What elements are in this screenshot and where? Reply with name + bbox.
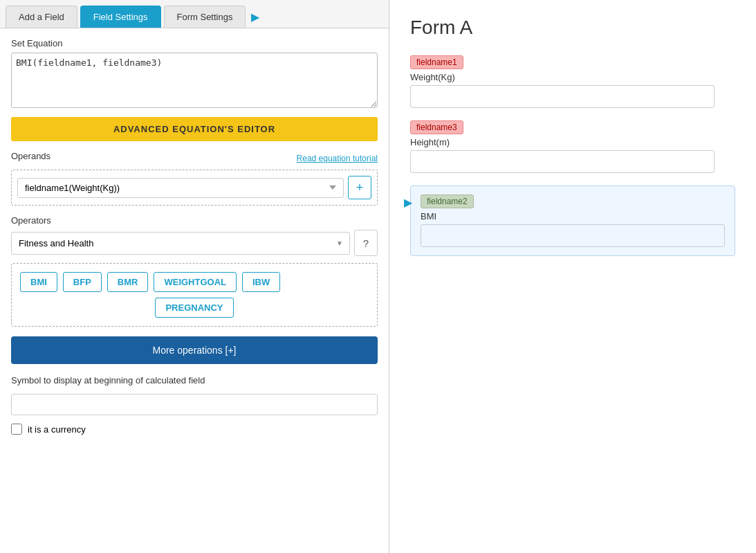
field-label-2: Height(m) (410, 137, 735, 147)
tab-arrow-icon[interactable]: ▶ (248, 8, 262, 26)
field-label-active: BMI (421, 211, 725, 221)
advanced-equation-button[interactable]: ADVANCED EQUATION'S EDITOR (11, 117, 378, 141)
operand-select[interactable]: fieldname1(Weight(Kg)) (17, 178, 344, 198)
right-panel: Form A fieldname1 Weight(Kg) fieldname3 … (389, 0, 756, 553)
op-btn-weightgoal[interactable]: WEIGHTGOAL (154, 272, 237, 292)
panel-content: Set Equation ADVANCED EQUATION'S EDITOR … (0, 28, 389, 553)
field-input-active[interactable] (421, 224, 725, 247)
currency-label: it is a currency (28, 424, 86, 435)
field-tag-active: fieldname2 (421, 194, 474, 208)
op-btn-bfp[interactable]: BFP (63, 272, 102, 292)
field-label-1: Weight(Kg) (410, 72, 735, 82)
tab-field-settings[interactable]: Field Settings (80, 6, 161, 28)
active-field-card: ▶ fieldname2 BMI (410, 185, 735, 256)
field-card-1: fieldname1 Weight(Kg) (410, 55, 735, 108)
read-tutorial-link[interactable]: Read equation tutorial (297, 154, 378, 163)
field-tag-2: fieldname3 (410, 120, 463, 134)
currency-checkbox[interactable] (11, 424, 22, 435)
operators-section: Operators Fitness and Health ? BMI BFP B… (11, 215, 378, 364)
operands-row: Operands Read equation tutorial (11, 151, 378, 165)
form-title: Form A (410, 17, 735, 39)
operator-buttons-group: BMI BFP BMR WEIGHTGOAL IBW PREGNANCY (11, 263, 378, 327)
field-input-2[interactable] (410, 150, 714, 173)
active-card-arrow-icon: ▶ (404, 196, 412, 209)
op-btn-ibw[interactable]: IBW (242, 272, 280, 292)
operator-select-row: Fitness and Health ? (11, 230, 378, 256)
left-panel: Add a Field Field Settings Form Settings… (0, 0, 389, 553)
operand-select-row: fieldname1(Weight(Kg)) + (11, 170, 378, 206)
op-btn-pregnancy[interactable]: PREGNANCY (155, 298, 233, 318)
op-btn-bmr[interactable]: BMR (107, 272, 149, 292)
op-btn-row2: PREGNANCY (20, 298, 369, 318)
question-button[interactable]: ? (354, 230, 378, 256)
op-btn-bmi[interactable]: BMI (20, 272, 57, 292)
tab-bar: Add a Field Field Settings Form Settings… (0, 0, 389, 28)
tab-add-field[interactable]: Add a Field (6, 6, 77, 28)
tab-form-settings[interactable]: Form Settings (164, 6, 246, 28)
operators-label: Operators (11, 215, 378, 226)
fitness-select[interactable]: Fitness and Health (11, 232, 350, 255)
set-equation-label: Set Equation (11, 38, 378, 48)
symbol-input[interactable] (11, 394, 378, 415)
currency-row: it is a currency (11, 424, 378, 435)
operands-label: Operands (11, 151, 50, 161)
field-input-1[interactable] (410, 85, 714, 108)
symbol-section: Symbol to display at beginning of calcul… (11, 375, 378, 415)
more-operations-button[interactable]: More operations [+] (11, 336, 378, 364)
field-tag-1: fieldname1 (410, 55, 463, 69)
add-operand-button[interactable]: + (348, 176, 371, 199)
equation-textarea[interactable] (11, 53, 378, 108)
symbol-label: Symbol to display at beginning of calcul… (11, 375, 378, 386)
fitness-select-wrapper: Fitness and Health (11, 232, 350, 255)
field-card-2: fieldname3 Height(m) (410, 120, 735, 173)
